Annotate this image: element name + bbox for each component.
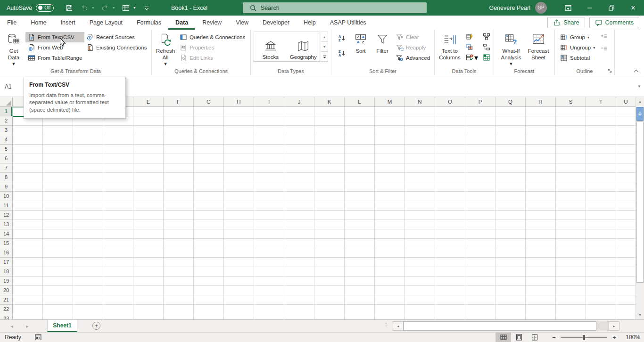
geography-button[interactable]: Geography [287,32,320,61]
tab-insert[interactable]: Insert [54,16,83,30]
tab-asap-utilities[interactable]: ASAP Utilities [323,16,373,30]
column-header-t[interactable]: T [586,97,616,106]
zoom-slider[interactable] [561,337,607,338]
column-header-e[interactable]: E [133,97,164,106]
undo-dropdown[interactable]: ▾ [91,2,95,14]
column-header-u[interactable]: U [616,97,636,106]
row-header-4[interactable]: 4 [0,135,12,145]
column-header-l[interactable]: L [345,97,375,106]
column-header-q[interactable]: Q [495,97,526,106]
row-header-19[interactable]: 19 [0,277,12,286]
page-break-view-button[interactable] [527,333,542,342]
row-header-21[interactable]: 21 [0,295,12,305]
select-all-button[interactable] [0,97,13,107]
refresh-all-button[interactable]: Refresh All▾ [155,31,176,67]
undo-button[interactable] [79,2,90,14]
ribbon-display-options-button[interactable] [557,0,579,16]
sheet-grid[interactable] [13,107,636,319]
recent-sources-button[interactable]: Recent Sources [84,32,149,42]
scroll-right-button[interactable]: ▸ [609,321,619,331]
column-header-n[interactable]: N [405,97,435,106]
column-header-k[interactable]: K [314,97,345,106]
column-header-p[interactable]: P [465,97,495,106]
tab-developer[interactable]: Developer [256,16,297,30]
row-header-20[interactable]: 20 [0,286,12,295]
row-header-17[interactable]: 17 [0,258,12,267]
close-button[interactable]: × [622,0,644,16]
tab-scrollbar-splitter[interactable]: ⋮ [383,322,389,328]
row-header-15[interactable]: 15 [0,239,12,248]
tab-view[interactable]: View [229,16,256,30]
forecast-sheet-button[interactable]: Forecast Sheet [525,31,552,61]
save-button[interactable] [64,2,74,14]
tab-home[interactable]: Home [24,16,53,30]
scroll-down-button[interactable]: ▾ [636,310,644,319]
redo-button[interactable] [100,2,110,14]
sort-button[interactable]: ZAAZ Sort [351,31,370,55]
manage-data-model-button[interactable] [481,53,492,62]
tab-formulas[interactable]: Formulas [130,16,168,30]
gallery-more-button[interactable] [321,52,328,62]
queries-connections-button[interactable]: Queries & Connections [177,32,248,42]
page-layout-view-button[interactable] [511,333,527,342]
text-to-columns-button[interactable]: Text to Columns [438,31,462,61]
zoom-level[interactable]: 100% [619,334,640,341]
user-name[interactable]: Genevere Pearl [489,5,530,11]
formula-input[interactable]: ▾ [47,77,644,97]
sheet-tab-sheet1[interactable]: Sheet1 [47,320,77,332]
horizontal-scroll-thumb[interactable] [404,321,596,331]
column-header-r[interactable]: R [526,97,556,106]
row-header-16[interactable]: 16 [0,248,12,258]
scroll-highlight[interactable] [636,107,644,121]
macro-record-button[interactable] [34,334,42,341]
tab-help[interactable]: Help [297,16,323,30]
column-header-g[interactable]: G [194,97,224,106]
what-if-analysis-button[interactable]: ? What-If Analysis▾ [498,31,524,67]
existing-connections-button[interactable]: Existing Connections [84,42,149,53]
ungroup-button[interactable]: Ungroup▾ [558,42,597,53]
row-header-23[interactable]: 23 [0,314,12,319]
scroll-left-button[interactable]: ◂ [393,321,404,331]
column-header-f[interactable]: F [164,97,194,106]
customize-quick-access-button[interactable] [141,2,152,14]
vertical-scroll-thumb[interactable] [636,122,644,283]
redo-dropdown[interactable]: ▾ [111,2,116,14]
next-sheet-button[interactable]: ▸ [20,320,34,332]
row-header-11[interactable]: 11 [0,201,12,211]
vertical-scrollbar[interactable]: ▴ ▾ [636,97,644,319]
show-detail-icon[interactable] [600,33,608,41]
normal-view-button[interactable] [495,333,511,342]
collapse-ribbon-button[interactable] [633,69,639,73]
zoom-slider-thumb[interactable] [583,335,585,340]
row-header-9[interactable]: 9 [0,182,12,192]
gallery-down-button[interactable]: ▾ [321,42,328,52]
row-header-2[interactable]: 2 [0,116,12,126]
column-header-j[interactable]: J [284,97,314,106]
row-header-6[interactable]: 6 [0,154,12,163]
share-button[interactable]: Share [547,17,585,28]
advanced-filter-button[interactable]: Advanced [394,53,432,63]
stocks-button[interactable]: Stocks [254,32,287,61]
consolidate-button[interactable] [481,32,492,41]
relationships-button[interactable] [481,42,492,52]
row-header-8[interactable]: 8 [0,173,12,182]
new-sheet-button[interactable]: + [92,322,100,330]
gallery-up-button[interactable]: ▴ [321,32,328,42]
zoom-out-button[interactable]: − [549,334,559,341]
autosave-switch[interactable]: Off [36,4,54,12]
column-header-i[interactable]: I [254,97,284,106]
group-button[interactable]: Group▾ [558,32,597,42]
restore-button[interactable] [601,0,622,16]
zoom-in-button[interactable]: + [609,334,619,341]
minimize-button[interactable] [579,0,601,16]
flash-fill-button[interactable] [464,32,475,41]
row-header-10[interactable]: 10 [0,192,12,201]
hide-detail-icon[interactable] [600,46,608,53]
search-input[interactable]: Search [243,2,427,13]
horizontal-scroll-track[interactable] [596,321,609,331]
row-header-22[interactable]: 22 [0,305,12,314]
sort-descending-button[interactable]: ZA [336,48,347,59]
tab-file[interactable]: File [0,16,24,30]
row-header-5[interactable]: 5 [0,145,12,154]
column-header-o[interactable]: O [435,97,465,106]
